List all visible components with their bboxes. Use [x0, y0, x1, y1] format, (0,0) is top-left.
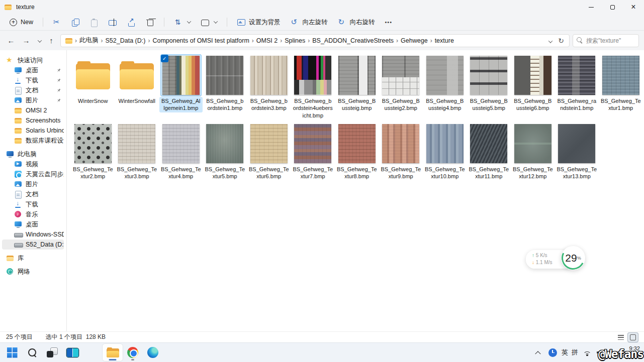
- sidebar-item[interactable]: 图片: [2, 95, 64, 105]
- taskbar-search-button[interactable]: [22, 344, 42, 361]
- view-button[interactable]: [196, 15, 222, 29]
- file-thumbnail[interactable]: [292, 123, 333, 165]
- file-thumbnail[interactable]: [380, 54, 421, 96]
- close-button[interactable]: ×: [623, 0, 644, 14]
- copy-button[interactable]: [67, 15, 84, 29]
- file-tile[interactable]: BS_Gehweg_Bussteig4.bmp: [423, 54, 467, 119]
- ime-pinyin-indicator[interactable]: 拼: [572, 345, 578, 359]
- file-thumbnail[interactable]: [292, 54, 333, 96]
- network-tray-button[interactable]: [582, 345, 593, 359]
- clock-app-tray-icon[interactable]: [547, 345, 558, 359]
- back-button[interactable]: ←: [5, 36, 17, 45]
- sidebar-item[interactable]: Screenshots: [2, 115, 64, 126]
- rotate-left-button[interactable]: 向左旋转: [286, 15, 332, 29]
- file-thumbnail[interactable]: [204, 54, 245, 96]
- file-thumbnail[interactable]: ✓: [160, 54, 202, 96]
- sidebar-item[interactable]: Windows-SSD (C:): [2, 229, 64, 239]
- file-thumbnail[interactable]: [116, 123, 157, 165]
- search-input[interactable]: [586, 37, 635, 44]
- taskbar-check-app-button[interactable]: [82, 344, 103, 361]
- file-thumbnail[interactable]: [72, 54, 114, 96]
- paste-button[interactable]: [85, 15, 103, 29]
- sidebar-item[interactable]: 桌面: [2, 65, 64, 75]
- file-thumbnail[interactable]: [248, 54, 290, 96]
- file-tile[interactable]: BS_Gehweg_Textur10.bmp: [423, 123, 467, 181]
- tray-overflow-button[interactable]: [532, 345, 543, 359]
- new-button[interactable]: + New: [5, 15, 38, 29]
- file-tile[interactable]: BS_Gehweg_Bussteig6.bmp: [511, 54, 555, 119]
- file-thumbnail[interactable]: [424, 54, 466, 96]
- sidebar-section-header[interactable]: 库: [2, 253, 64, 263]
- details-view-toggle[interactable]: [616, 333, 626, 342]
- file-thumbnail[interactable]: [380, 123, 421, 165]
- file-tile[interactable]: BS_Gehweg_Textur11.bmp: [467, 123, 511, 181]
- rename-button[interactable]: [104, 15, 122, 29]
- file-tile[interactable]: BS_Gehweg_Textur1.bmp: [599, 54, 643, 119]
- file-tile[interactable]: BS_Gehweg_Textur8.bmp: [335, 123, 379, 181]
- file-thumbnail[interactable]: [468, 123, 509, 165]
- file-tile[interactable]: BS_Gehweg_bordstein3.bmp: [247, 54, 291, 119]
- breadcrumb-item[interactable]: S52_Data (D:): [104, 37, 147, 44]
- sidebar-item[interactable]: OMSI 2: [2, 105, 64, 115]
- file-thumbnail[interactable]: [336, 54, 378, 96]
- ime-language-indicator[interactable]: 英: [562, 345, 568, 359]
- file-tile[interactable]: BS_Gehweg_bordstein4uebersicht.bmp: [291, 54, 335, 119]
- share-button[interactable]: [123, 15, 140, 29]
- taskbar-chrome-button[interactable]: [123, 344, 143, 361]
- file-tile[interactable]: ✓BS_Gehweg_Allgemein1.bmp: [159, 54, 203, 119]
- breadcrumb-item[interactable]: Components of OMSI test platform: [151, 37, 250, 44]
- more-options-button[interactable]: •••: [381, 15, 397, 29]
- file-tile[interactable]: BS_Gehweg_randstein1.bmp: [555, 54, 599, 119]
- folder-tile[interactable]: WinterSnowfall: [115, 54, 159, 119]
- file-tile[interactable]: BS_Gehweg_Textur13.bmp: [555, 123, 599, 181]
- sidebar-section-header[interactable]: 快速访问: [2, 55, 64, 65]
- sidebar-item[interactable]: 图片: [2, 179, 64, 189]
- file-tile[interactable]: BS_Gehweg_Bussteig.bmp: [335, 54, 379, 119]
- file-thumbnail[interactable]: [336, 123, 378, 165]
- breadcrumb-item[interactable]: Splines: [283, 37, 307, 44]
- breadcrumb-item[interactable]: OMSI 2: [255, 37, 279, 44]
- file-thumbnail[interactable]: [116, 54, 157, 96]
- maximize-button[interactable]: [602, 0, 623, 14]
- folder-tile[interactable]: WinterSnow: [71, 54, 115, 119]
- file-thumbnail[interactable]: [468, 54, 509, 96]
- forward-button[interactable]: →: [20, 36, 32, 45]
- file-tile[interactable]: BS_Gehweg_bordstein1.bmp: [203, 54, 247, 119]
- file-thumbnail[interactable]: [72, 123, 114, 165]
- file-tile[interactable]: BS_Gehweg_Textur4.bmp: [159, 123, 203, 181]
- file-thumbnail[interactable]: [248, 123, 290, 165]
- breadcrumb-item[interactable]: 此电脑: [78, 36, 100, 45]
- rotate-right-button[interactable]: 向右旋转: [333, 15, 380, 29]
- sidebar-item[interactable]: 桌面: [2, 219, 64, 229]
- taskbar-start-button[interactable]: [2, 344, 22, 361]
- sidebar-item[interactable]: 下载: [2, 75, 64, 85]
- sidebar-item[interactable]: 文档: [2, 85, 64, 95]
- cut-button[interactable]: [48, 15, 66, 29]
- large-icons-view-toggle[interactable]: [628, 333, 638, 342]
- file-tile[interactable]: BS_Gehweg_Textur12.bmp: [511, 123, 555, 181]
- breadcrumb[interactable]: ›此电脑›S52_Data (D:)›Components of OMSI te…: [60, 34, 570, 47]
- file-tile[interactable]: BS_Gehweg_Textur7.bmp: [291, 123, 335, 181]
- taskbar-panels-app-button[interactable]: [62, 344, 82, 361]
- delete-button[interactable]: [141, 15, 159, 29]
- file-tile[interactable]: BS_Gehweg_Textur6.bmp: [247, 123, 291, 181]
- sidebar-item[interactable]: Solaris Urbino PL: [2, 126, 64, 136]
- refresh-icon[interactable]: ↻: [558, 37, 564, 45]
- up-button[interactable]: ↑: [45, 36, 57, 45]
- breadcrumb-item[interactable]: BS_ADDON_CreativeStreets: [311, 37, 395, 44]
- sidebar-section-header[interactable]: 网络: [2, 267, 64, 277]
- memory-usage-ball[interactable]: 29 %: [561, 246, 585, 270]
- selected-checkbox-icon[interactable]: ✓: [161, 55, 168, 62]
- taskbar-task-view-button[interactable]: [42, 344, 62, 361]
- sort-button[interactable]: [169, 15, 195, 29]
- sidebar-section-header[interactable]: 此电脑: [2, 149, 64, 159]
- file-tile[interactable]: BS_Gehweg_Bussteig5.bmp: [467, 54, 511, 119]
- taskbar-edge-button[interactable]: [143, 344, 163, 361]
- file-tile[interactable]: BS_Gehweg_Textur2.bmp: [71, 123, 115, 181]
- search-box[interactable]: [573, 34, 639, 47]
- file-thumbnail[interactable]: [556, 123, 597, 165]
- sidebar-item[interactable]: 文档: [2, 189, 64, 199]
- file-tile[interactable]: BS_Gehweg_Textur3.bmp: [115, 123, 159, 181]
- file-thumbnail[interactable]: [160, 123, 202, 165]
- net-speed-widget[interactable]: ↑ 5 K/s ↓ 1.1 M/s 29 %: [526, 246, 585, 272]
